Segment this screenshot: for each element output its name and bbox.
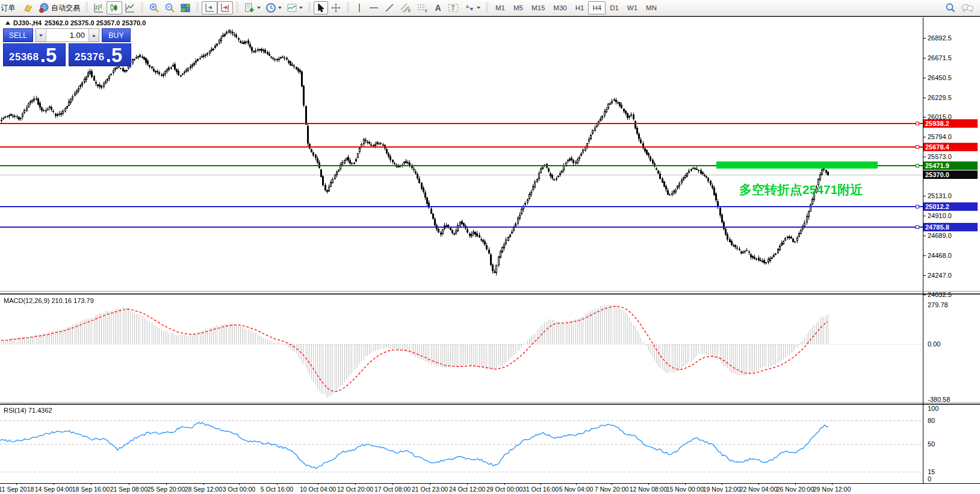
time-axis-label: 7 Nov 20:00 xyxy=(595,486,629,493)
chart-shift-button[interactable] xyxy=(217,1,233,14)
time-axis-label: 3 Oct 00:00 xyxy=(223,486,255,493)
bar-chart-button[interactable] xyxy=(91,1,107,14)
autotrade-button[interactable]: 自动交易 xyxy=(36,1,82,14)
timeframe-mn-button[interactable]: MN xyxy=(642,1,661,14)
rsi-canvas[interactable] xyxy=(0,405,923,483)
price-tick-label: 25794.0 xyxy=(928,133,952,140)
sell-price-fraction: .5 xyxy=(40,46,57,64)
time-tick-mark xyxy=(467,483,468,485)
sell-price-box[interactable]: 25368 .5 xyxy=(3,43,66,66)
crosshair-icon xyxy=(330,2,341,13)
arrows-tool-button[interactable] xyxy=(462,1,483,14)
timeframe-m30-button[interactable]: M30 xyxy=(549,1,571,14)
toolbar-grip xyxy=(236,2,238,13)
journal-button[interactable] xyxy=(20,1,36,14)
cursor-button[interactable] xyxy=(314,1,328,14)
price-tick-label: 26450.5 xyxy=(928,74,952,81)
hline-price-label: 25938.2 xyxy=(923,119,978,128)
pane-separator[interactable] xyxy=(0,404,980,405)
indicators-icon xyxy=(287,2,297,13)
time-axis-label: 26 Nov 20:00 xyxy=(777,486,814,493)
new-order-button[interactable] xyxy=(241,1,263,14)
autotrade-label: 自动交易 xyxy=(51,3,80,13)
price-tick-label: 26229.5 xyxy=(928,94,952,101)
candlestick-chart-icon xyxy=(109,2,120,13)
trendline-tool-button[interactable] xyxy=(382,1,397,14)
timeframe-m5-button[interactable]: M5 xyxy=(509,1,527,14)
hline-price-label: 25012.2 xyxy=(923,202,978,211)
chart-shift-icon xyxy=(220,2,231,13)
volume-increase-button[interactable] xyxy=(88,29,99,42)
timeframe-d1-button[interactable]: D1 xyxy=(606,1,623,14)
rsi-axis-label: 100 xyxy=(928,405,938,412)
horizontal-line-tool-button[interactable] xyxy=(366,1,382,14)
timeframe-h1-button[interactable]: H1 xyxy=(571,1,589,14)
macd-canvas[interactable] xyxy=(0,295,923,402)
text-tool-button[interactable]: A xyxy=(431,1,445,14)
time-axis-label: 11 Sep 2018 xyxy=(0,486,34,493)
time-tick-mark xyxy=(430,483,430,485)
price-tick-label: 26671.5 xyxy=(928,54,952,61)
pane-separator[interactable] xyxy=(0,291,980,292)
label-tool-button[interactable]: T xyxy=(445,1,462,14)
line-chart-icon xyxy=(125,2,135,13)
time-tick-mark xyxy=(832,483,833,485)
crosshair-button[interactable] xyxy=(328,1,344,14)
time-tick-mark xyxy=(612,483,612,485)
hline-price-label: 25471.9 xyxy=(923,161,978,170)
time-axis[interactable]: 11 Sep 201814 Sep 04:0018 Sep 16:0021 Se… xyxy=(0,483,923,494)
time-tick-mark xyxy=(91,483,91,485)
price-axis[interactable]: 26892.526671.526450.526229.526015.025794… xyxy=(923,0,980,494)
volume-input[interactable]: 1.00 xyxy=(46,29,88,42)
toolbar-grip xyxy=(141,2,143,13)
timeframe-h4-button[interactable]: H4 xyxy=(588,1,606,14)
buy-button[interactable]: BUY xyxy=(102,28,131,42)
order-button-label: 订单 xyxy=(1,3,16,13)
timeframe-m1-button[interactable]: M1 xyxy=(491,1,509,14)
timeframe-m15-button[interactable]: M15 xyxy=(527,1,549,14)
timeframe-w1-button[interactable]: W1 xyxy=(623,1,642,14)
macd-axis-label: 279.78 xyxy=(928,301,948,308)
toolbar-grip xyxy=(308,2,311,13)
price-tick-mark xyxy=(923,275,926,276)
toolbar-grip xyxy=(486,2,488,13)
indicators-button[interactable] xyxy=(284,1,305,14)
candlestick-chart-button[interactable] xyxy=(107,1,122,14)
price-tick-mark xyxy=(923,78,926,78)
svg-text:F: F xyxy=(425,9,427,13)
fibonacci-tool-button[interactable]: F xyxy=(414,1,431,14)
arrows-caret-icon xyxy=(477,7,480,9)
buy-price-box[interactable]: 25376 .5 xyxy=(69,43,131,66)
price-tick-mark xyxy=(923,295,926,295)
chart-title: DJ30-,H4 25362.0 25375.0 25357.0 25370.0 xyxy=(5,19,146,27)
vertical-line-tool-button[interactable] xyxy=(352,1,366,14)
time-axis-label: 28 Sep 12:00 xyxy=(185,486,222,493)
sell-button[interactable]: SELL xyxy=(3,28,33,42)
time-tick-mark xyxy=(576,483,577,485)
order-button[interactable]: 订单 xyxy=(0,1,20,14)
pane-separator[interactable] xyxy=(0,293,980,295)
pane-separator[interactable] xyxy=(0,402,980,403)
time-tick-mark xyxy=(16,483,17,485)
autoscroll-button[interactable] xyxy=(202,1,217,14)
tile-windows-button[interactable] xyxy=(178,1,193,14)
chart-annotation-text[interactable]: 多空转折点25471附近 xyxy=(739,181,863,198)
time-tick-mark xyxy=(277,483,278,485)
price-tick-mark xyxy=(923,157,926,157)
macd-label: MACD(12,26,9) 210.16 173.79 xyxy=(4,297,94,304)
zoom-out-button[interactable] xyxy=(162,1,178,14)
zoom-in-button[interactable] xyxy=(146,1,162,14)
period-button[interactable] xyxy=(263,1,284,14)
volume-decrease-button[interactable] xyxy=(36,29,46,42)
autoscroll-icon xyxy=(204,2,215,13)
price-chart-canvas[interactable] xyxy=(0,17,923,291)
time-tick-mark xyxy=(541,483,541,485)
time-tick-mark xyxy=(166,483,167,485)
line-chart-button[interactable] xyxy=(122,1,138,14)
trendline-icon xyxy=(384,2,395,13)
new-order-caret-icon xyxy=(257,7,261,9)
price-tick-mark xyxy=(923,137,926,137)
channel-tool-button[interactable]: E xyxy=(397,1,414,14)
notebook-icon xyxy=(23,2,34,13)
price-tick-label: 24689.0 xyxy=(928,232,952,239)
